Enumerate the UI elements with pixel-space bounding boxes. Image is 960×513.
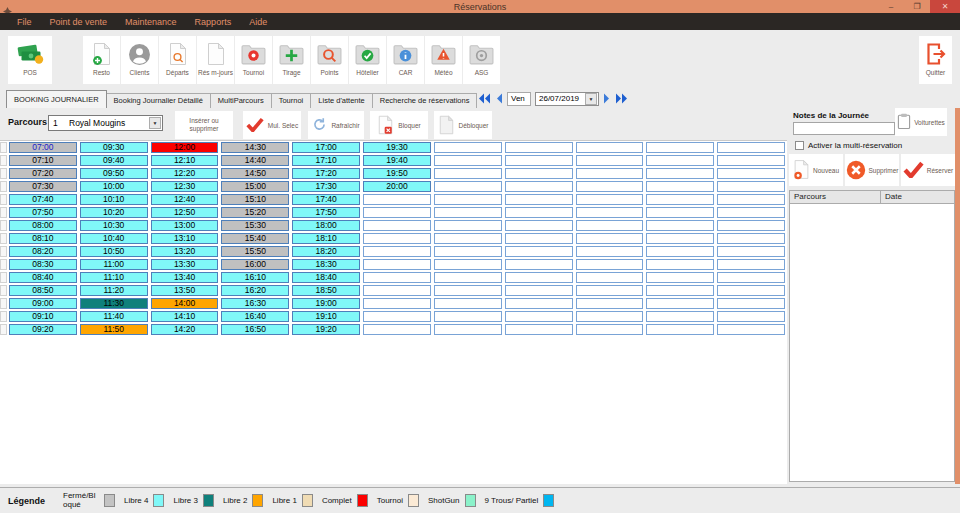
timeslot-empty[interactable] bbox=[576, 207, 644, 218]
timeslot-1850[interactable]: 18:50 bbox=[292, 285, 360, 296]
timeslot-empty[interactable] bbox=[434, 298, 502, 309]
toolbar-button-car[interactable]: CAR bbox=[387, 36, 424, 84]
list-header-date[interactable]: Date bbox=[881, 191, 954, 203]
timeslot-1330[interactable]: 13:30 bbox=[151, 259, 219, 270]
timeslot-1500[interactable]: 15:00 bbox=[221, 181, 289, 192]
timeslot-1820[interactable]: 18:20 bbox=[292, 246, 360, 257]
timeslot-empty[interactable] bbox=[717, 181, 785, 192]
tab-booking-journalier[interactable]: BOOKING JOURNALIER bbox=[6, 90, 107, 108]
tab-liste-d-attente[interactable]: Liste d'attente bbox=[311, 93, 372, 108]
date-dropdown-button[interactable]: ▼ bbox=[585, 93, 597, 105]
timeslot-empty[interactable] bbox=[576, 194, 644, 205]
timeslot-1600[interactable]: 16:00 bbox=[221, 259, 289, 270]
timeslot-0850[interactable]: 08:50 bbox=[9, 285, 77, 296]
timeslot-empty[interactable] bbox=[646, 298, 714, 309]
timeslot-empty[interactable] bbox=[363, 220, 431, 231]
timeslot-1610[interactable]: 16:10 bbox=[221, 272, 289, 283]
timeslot-empty[interactable] bbox=[576, 233, 644, 244]
timeslot-empty[interactable] bbox=[646, 142, 714, 153]
timeslot-0820[interactable]: 08:20 bbox=[9, 246, 77, 257]
voiturettes-button[interactable]: Voiturettes bbox=[895, 108, 947, 136]
timeslot-1730[interactable]: 17:30 bbox=[292, 181, 360, 192]
timeslot-empty[interactable] bbox=[434, 142, 502, 153]
timeslot-empty[interactable] bbox=[717, 220, 785, 231]
timeslot-empty[interactable] bbox=[434, 246, 502, 257]
course-dropdown-button[interactable]: ▼ bbox=[149, 117, 161, 129]
timeslot-1620[interactable]: 16:20 bbox=[221, 285, 289, 296]
timeslot-1320[interactable]: 13:20 bbox=[151, 246, 219, 257]
timeslot-0710[interactable]: 07:10 bbox=[9, 155, 77, 166]
toolbar-button-tirage[interactable]: Tirage bbox=[273, 36, 310, 84]
timeslot-0750[interactable]: 07:50 bbox=[9, 207, 77, 218]
tab-booking-journalier-d-taill-[interactable]: Booking Journalier Détaillé bbox=[107, 93, 211, 108]
reserve-button[interactable]: Réserver bbox=[901, 154, 955, 186]
timeslot-1120[interactable]: 11:20 bbox=[80, 285, 148, 296]
notes-input[interactable] bbox=[793, 122, 895, 135]
timeslot-empty[interactable] bbox=[646, 181, 714, 192]
timeslot-1400[interactable]: 14:00 bbox=[151, 298, 219, 309]
timeslot-empty[interactable] bbox=[363, 311, 431, 322]
delete-button[interactable]: Supprimer bbox=[845, 154, 899, 186]
toolbar-button-resto[interactable]: Resto bbox=[83, 36, 120, 84]
menu-item-rapports[interactable]: Rapports bbox=[186, 17, 241, 27]
refresh-button[interactable]: Rafraîchir bbox=[308, 111, 364, 139]
timeslot-empty[interactable] bbox=[717, 155, 785, 166]
timeslot-empty[interactable] bbox=[505, 246, 573, 257]
timeslot-1040[interactable]: 10:40 bbox=[80, 233, 148, 244]
timeslot-empty[interactable] bbox=[434, 155, 502, 166]
timeslot-empty[interactable] bbox=[717, 142, 785, 153]
timeslot-empty[interactable] bbox=[505, 142, 573, 153]
timeslot-1010[interactable]: 10:10 bbox=[80, 194, 148, 205]
timeslot-empty[interactable] bbox=[505, 220, 573, 231]
timeslot-empty[interactable] bbox=[717, 311, 785, 322]
timeslot-empty[interactable] bbox=[576, 246, 644, 257]
timeslot-1230[interactable]: 12:30 bbox=[151, 181, 219, 192]
timeslot-0720[interactable]: 07:20 bbox=[9, 168, 77, 179]
timeslot-empty[interactable] bbox=[434, 259, 502, 270]
timeslot-1420[interactable]: 14:20 bbox=[151, 324, 219, 335]
timeslot-empty[interactable] bbox=[646, 220, 714, 231]
unblock-button[interactable]: Débloquer bbox=[434, 111, 492, 139]
timeslot-1310[interactable]: 13:10 bbox=[151, 233, 219, 244]
menu-item-maintenance[interactable]: Maintenance bbox=[116, 17, 186, 27]
timeslot-empty[interactable] bbox=[363, 207, 431, 218]
timeslot-empty[interactable] bbox=[717, 259, 785, 270]
insert-delete-button[interactable]: Insérer ou supprimer bbox=[175, 111, 233, 139]
timeslot-1300[interactable]: 13:00 bbox=[151, 220, 219, 231]
timeslot-1050[interactable]: 10:50 bbox=[80, 246, 148, 257]
timeslot-empty[interactable] bbox=[717, 233, 785, 244]
timeslot-empty[interactable] bbox=[576, 285, 644, 296]
toolbar-button-départs[interactable]: Départs bbox=[159, 36, 196, 84]
timeslot-1430[interactable]: 14:30 bbox=[221, 142, 289, 153]
timeslot-empty[interactable] bbox=[434, 168, 502, 179]
timeslot-empty[interactable] bbox=[434, 285, 502, 296]
timeslot-1130[interactable]: 11:30 bbox=[80, 298, 148, 309]
timeslot-empty[interactable] bbox=[576, 298, 644, 309]
timeslot-0800[interactable]: 08:00 bbox=[9, 220, 77, 231]
timeslot-empty[interactable] bbox=[363, 285, 431, 296]
timeslot-1140[interactable]: 11:40 bbox=[80, 311, 148, 322]
next-week-button[interactable] bbox=[615, 93, 628, 104]
timeslot-empty[interactable] bbox=[434, 311, 502, 322]
menu-item-aide[interactable]: Aide bbox=[240, 17, 276, 27]
toolbar-button-tournoi[interactable]: Tournoi bbox=[235, 36, 272, 84]
timeslot-empty[interactable] bbox=[505, 272, 573, 283]
timeslot-1450[interactable]: 14:50 bbox=[221, 168, 289, 179]
timeslot-empty[interactable] bbox=[576, 259, 644, 270]
timeslot-0840[interactable]: 08:40 bbox=[9, 272, 77, 283]
timeslot-empty[interactable] bbox=[646, 324, 714, 335]
timeslot-empty[interactable] bbox=[434, 194, 502, 205]
timeslot-1740[interactable]: 17:40 bbox=[292, 194, 360, 205]
timeslot-1100[interactable]: 11:00 bbox=[80, 259, 148, 270]
timeslot-empty[interactable] bbox=[717, 298, 785, 309]
block-button[interactable]: Bloquer bbox=[370, 111, 428, 139]
timeslot-1410[interactable]: 14:10 bbox=[151, 311, 219, 322]
next-day-button[interactable] bbox=[603, 93, 611, 104]
timeslot-1950[interactable]: 19:50 bbox=[363, 168, 431, 179]
timeslot-empty[interactable] bbox=[434, 207, 502, 218]
menu-item-file[interactable]: File bbox=[8, 17, 41, 27]
tab-recherche-de-r-servations[interactable]: Recherche de réservations bbox=[373, 93, 478, 108]
timeslot-empty[interactable] bbox=[434, 324, 502, 335]
timeslot-empty[interactable] bbox=[505, 259, 573, 270]
timeslot-0730[interactable]: 07:30 bbox=[9, 181, 77, 192]
